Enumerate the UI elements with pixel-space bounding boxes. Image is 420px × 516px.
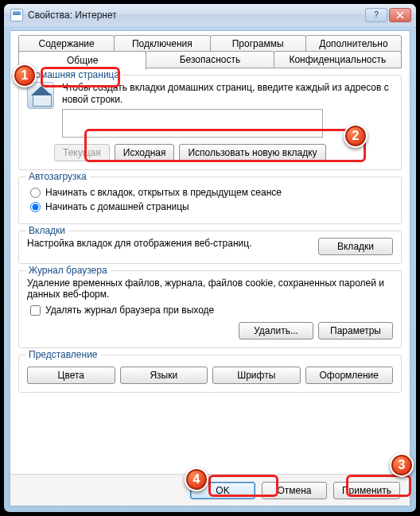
use-default-button[interactable]: Исходная <box>115 144 175 161</box>
dialog-footer: OK Отмена Применить <box>10 474 410 506</box>
tab-connections[interactable]: Подключения <box>114 35 210 52</box>
group-home: Домашняя страница Чтобы создать вкладки … <box>18 75 402 170</box>
tab-security[interactable]: Безопасность <box>146 51 274 68</box>
use-current-button: Текущая <box>54 144 110 161</box>
tabs-settings-button[interactable]: Вкладки <box>318 238 393 255</box>
delete-on-exit-option[interactable]: Удалять журнал браузера при выходе <box>30 305 393 316</box>
group-home-legend: Домашняя страница <box>25 69 122 80</box>
tab-advanced[interactable]: Дополнительно <box>305 35 402 52</box>
startup-option-home[interactable]: Начинать с домашней страницы <box>30 201 393 212</box>
fonts-button[interactable]: Шрифты <box>212 367 301 384</box>
startup-option-lasttabs[interactable]: Начинать с вкладок, открытых в предыдуще… <box>30 187 393 198</box>
tab-content[interactable]: Содержание <box>18 35 115 52</box>
tabs-description: Настройка вкладок для отображения веб-ст… <box>27 238 310 249</box>
group-appearance-legend: Представление <box>25 349 101 360</box>
home-icon <box>27 82 54 109</box>
delete-on-exit-label: Удалять журнал браузера при выходе <box>45 305 214 316</box>
group-tabs-legend: Вкладки <box>25 225 68 236</box>
group-history-legend: Журнал браузера <box>25 265 111 276</box>
tab-programs[interactable]: Программы <box>210 35 306 52</box>
annotation-1: 1 <box>13 64 37 87</box>
annotation-2: 2 <box>344 124 368 148</box>
startup-label-lasttabs: Начинать с вкладок, открытых в предыдуще… <box>45 187 282 198</box>
use-newtab-button[interactable]: Использовать новую вкладку <box>179 144 325 161</box>
help-button[interactable]: ? <box>365 8 387 22</box>
tab-strip: Содержание Подключения Программы Дополни… <box>18 35 402 70</box>
apply-button[interactable]: Применить <box>333 482 400 499</box>
titlebar[interactable]: Свойства: Интернет ? <box>4 4 416 26</box>
cancel-button[interactable]: Отмена <box>262 482 327 499</box>
tab-privacy[interactable]: Конфиденциальность <box>274 51 402 68</box>
internet-options-icon <box>10 9 23 21</box>
window-chrome: Свойства: Интернет ? Содержание Подключе… <box>4 4 416 512</box>
startup-radio-lasttabs[interactable] <box>30 188 41 198</box>
annotation-4: 4 <box>185 468 208 491</box>
window-title: Свойства: Интернет <box>28 10 360 21</box>
delete-on-exit-checkbox[interactable] <box>30 305 41 316</box>
group-startup-legend: Автозагрузка <box>25 171 90 182</box>
colors-button[interactable]: Цвета <box>27 367 115 384</box>
startup-label-home: Начинать с домашней страницы <box>45 201 189 212</box>
history-description: Удаление временных файлов, журнала, файл… <box>27 277 393 300</box>
group-appearance: Представление Цвета Языки Шрифты Оформле… <box>18 355 402 393</box>
tab-general[interactable]: Общие <box>18 51 146 70</box>
accessibility-button[interactable]: Оформление <box>305 367 394 384</box>
startup-radio-home[interactable] <box>30 202 41 212</box>
group-startup: Автозагрузка Начинать с вкладок, открыты… <box>18 177 402 224</box>
group-history: Журнал браузера Удаление временных файло… <box>18 270 402 348</box>
home-url-input[interactable] <box>62 109 323 138</box>
close-button[interactable] <box>389 8 411 22</box>
group-tabs: Вкладки Настройка вкладок для отображени… <box>18 231 402 264</box>
delete-history-button[interactable]: Удалить... <box>239 322 313 339</box>
languages-button[interactable]: Языки <box>120 367 208 384</box>
annotation-3: 3 <box>390 453 414 477</box>
history-settings-button[interactable]: Параметры <box>318 322 393 339</box>
dialog-body: Содержание Подключения Программы Дополни… <box>10 30 410 506</box>
home-description: Чтобы создать вкладки домашних страниц, … <box>62 82 393 106</box>
